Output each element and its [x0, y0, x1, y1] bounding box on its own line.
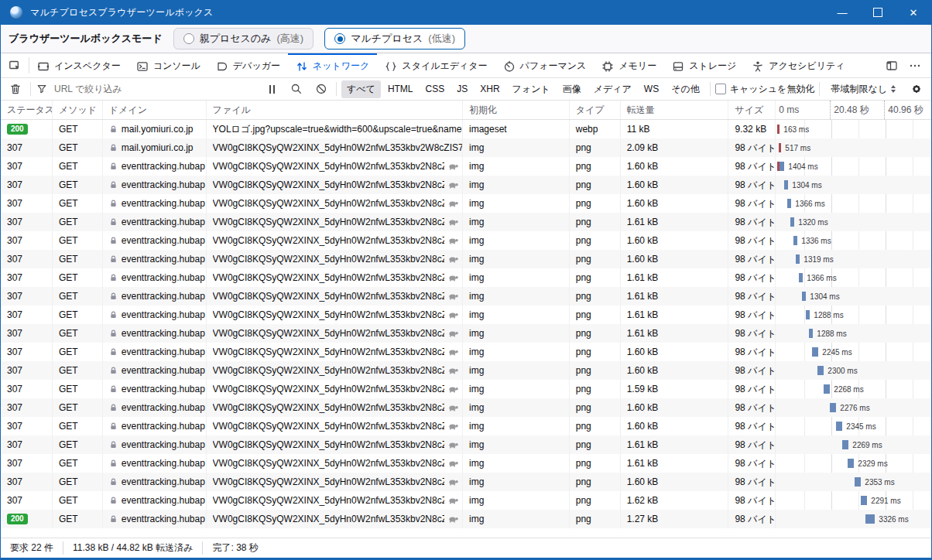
status-code: 307 [7, 476, 22, 487]
type-filter-CSS[interactable]: CSS [420, 81, 451, 97]
type-filter-WS[interactable]: WS [639, 81, 664, 97]
request-row[interactable]: 307GETeventtracking.hubap…VW0gCI8KQSyQW2… [1, 287, 931, 306]
cell-domain: eventtracking.hubap… [103, 473, 207, 491]
tab-storage[interactable]: ストレージ [664, 53, 744, 77]
cell-initiator: img [463, 473, 570, 491]
request-row[interactable]: 307GETeventtracking.hubap…VW0gCI8KQSyQW2… [1, 398, 931, 417]
disable-cache-toggle[interactable]: キャッシュを無効化 [715, 83, 815, 96]
waterfall-bar [855, 477, 861, 487]
request-row[interactable]: 307GETeventtracking.hubap…VW0gCI8KQSyQW2… [1, 491, 931, 510]
request-row[interactable]: 307GETeventtracking.hubap…VW0gCI8KQSyQW2… [1, 343, 931, 361]
cell-initiator: imageset [463, 120, 570, 138]
file-text: VW0gCI8KQSyQW2XINX_5dyHn0W2nfwL353kbv2N8… [213, 439, 444, 450]
meatball-menu-button[interactable] [905, 56, 925, 75]
cell-domain: eventtracking.hubap… [103, 491, 207, 510]
request-row[interactable]: 307GETeventtracking.hubap…VW0gCI8KQSyQW2… [1, 213, 931, 231]
tab-performance[interactable]: パフォーマンス [495, 53, 594, 77]
type-filter-HTML[interactable]: HTML [382, 81, 419, 97]
timeline-tick-label: 20.48 秒 [830, 101, 869, 119]
cell-transferred: 1.60 kB [621, 157, 729, 176]
tab-netmonitor[interactable]: ネットワーク [288, 53, 377, 77]
node-picker-button[interactable] [1, 53, 29, 77]
slow-request-turtle-icon [447, 181, 459, 190]
column-header-initiator[interactable]: 初期化 [463, 101, 570, 119]
waterfall-time-label: 3326 ms [879, 510, 908, 528]
request-row[interactable]: 307GETeventtracking.hubap…VW0gCI8KQSyQW2… [1, 157, 931, 176]
waterfall-bar [802, 292, 806, 301]
cell-transferred: 1.60 kB [621, 250, 729, 268]
request-row[interactable]: 307GETeventtracking.hubap…VW0gCI8KQSyQW2… [1, 176, 931, 194]
request-row[interactable]: 307GETeventtracking.hubap…VW0gCI8KQSyQW2… [1, 324, 931, 343]
url-filter-input[interactable] [53, 83, 257, 95]
request-row[interactable]: 200GETeventtracking.hubap…VW0gCI8KQSyQW2… [1, 510, 931, 528]
column-header-file[interactable]: ファイル [207, 101, 463, 119]
tab-inspector[interactable]: インスペクター [29, 53, 128, 77]
file-text: VW0gCI8KQSyQW2XINX_5dyHn0W2nfwL353kbv2N8… [213, 272, 444, 283]
type-filter-画像[interactable]: 画像 [557, 80, 587, 98]
search-button[interactable] [286, 80, 307, 98]
mode-option-parent-process[interactable]: 親プロセスのみ (高速) [173, 28, 314, 50]
cell-type: png [570, 491, 621, 510]
column-header-status[interactable]: ステータス [1, 101, 53, 119]
type-filter-その他[interactable]: その他 [666, 80, 705, 98]
type-filter-すべて[interactable]: すべて [341, 80, 381, 98]
column-header-method[interactable]: メソッド [53, 101, 103, 119]
cell-initiator: img [463, 343, 570, 361]
throttling-select[interactable]: 帯域制限なし [824, 83, 902, 96]
column-header-domain[interactable]: ドメイン [103, 101, 207, 119]
file-text: VW0gCI8KQSyQW2XINX_5dyHn0W2nfwL353kbv2N8… [213, 384, 444, 394]
network-toolbar: すべてHTMLCSSJSXHRフォント画像メディアWSその他 キャッシュを無効化… [1, 78, 931, 101]
browser-toolbox-window: マルチプロセスブラウザーツールボックス — ✕ ブラウザーツールボックスモード … [0, 0, 932, 560]
tab-memory[interactable]: メモリー [594, 53, 664, 77]
request-row[interactable]: 307GETeventtracking.hubap…VW0gCI8KQSyQW2… [1, 473, 931, 491]
tab-styleeditor[interactable]: スタイルエディター [377, 53, 495, 77]
lock-icon [109, 254, 118, 264]
request-row[interactable]: 307GETmail.yomiuri.co.jpVW0gCI8KQSyQW2XI… [1, 138, 931, 157]
status-code: 307 [7, 291, 22, 302]
block-requests-button[interactable] [311, 80, 331, 98]
column-header-transferred[interactable]: 転送量 [621, 101, 729, 119]
clear-requests-button[interactable] [5, 80, 26, 98]
slow-request-turtle-icon [447, 218, 459, 227]
network-settings-gear-button[interactable] [906, 80, 927, 98]
pause-button[interactable] [262, 80, 282, 98]
column-header-type[interactable]: タイプ [570, 101, 621, 119]
cell-status: 307 [1, 287, 53, 306]
request-row[interactable]: 307GETeventtracking.hubap…VW0gCI8KQSyQW2… [1, 417, 931, 435]
cell-initiator: img [463, 213, 570, 231]
tab-accessibility[interactable]: アクセシビリティ [744, 53, 852, 77]
maximize-button[interactable] [860, 0, 896, 25]
status-code: 307 [7, 198, 22, 209]
request-row[interactable]: 307GETeventtracking.hubap…VW0gCI8KQSyQW2… [1, 380, 931, 398]
request-row[interactable]: 307GETeventtracking.hubap…VW0gCI8KQSyQW2… [1, 194, 931, 213]
mode-option-multiprocess[interactable]: マルチプロセス (低速) [324, 28, 465, 50]
waterfall-time-label: 1366 ms [795, 194, 824, 213]
type-filter-メディア[interactable]: メディア [588, 80, 637, 98]
close-button[interactable]: ✕ [896, 0, 931, 25]
request-row[interactable]: 307GETeventtracking.hubap…VW0gCI8KQSyQW2… [1, 361, 931, 380]
request-row[interactable]: 307GETeventtracking.hubap…VW0gCI8KQSyQW2… [1, 268, 931, 287]
type-filter-JS[interactable]: JS [451, 81, 473, 97]
request-row[interactable]: 200GETmail.yomiuri.co.jpYOLロゴ.jpg?upscal… [1, 120, 931, 138]
request-row[interactable]: 307GETeventtracking.hubap…VW0gCI8KQSyQW2… [1, 454, 931, 473]
cell-file: VW0gCI8KQSyQW2XINX_5dyHn0W2nfwL353kbv2N8… [207, 343, 463, 361]
type-filter-フォント[interactable]: フォント [507, 80, 556, 98]
cell-size: 98 バイト [728, 287, 776, 306]
cell-transferred: 1.61 kB [621, 268, 729, 287]
waterfall-time-label: 1320 ms [798, 213, 827, 231]
domain-text: eventtracking.hubap… [122, 217, 206, 227]
request-row[interactable]: 307GETeventtracking.hubap…VW0gCI8KQSyQW2… [1, 306, 931, 324]
column-header-size[interactable]: サイズ [728, 101, 776, 119]
type-filter-XHR[interactable]: XHR [475, 81, 505, 97]
tab-console[interactable]: コンソール [128, 53, 208, 77]
request-row[interactable]: 307GETeventtracking.hubap…VW0gCI8KQSyQW2… [1, 435, 931, 454]
dock-side-button[interactable] [882, 56, 902, 75]
request-row[interactable]: 307GETeventtracking.hubap…VW0gCI8KQSyQW2… [1, 231, 931, 250]
performance-icon [503, 60, 516, 73]
cell-transferred: 1.60 kB [621, 473, 729, 491]
cell-size: 98 バイト [728, 231, 776, 250]
tab-debugger[interactable]: デバッガー [208, 53, 288, 77]
request-row[interactable]: 307GETeventtracking.hubap…VW0gCI8KQSyQW2… [1, 250, 931, 268]
cell-initiator: img [463, 176, 570, 194]
minimize-button[interactable]: — [824, 0, 860, 25]
